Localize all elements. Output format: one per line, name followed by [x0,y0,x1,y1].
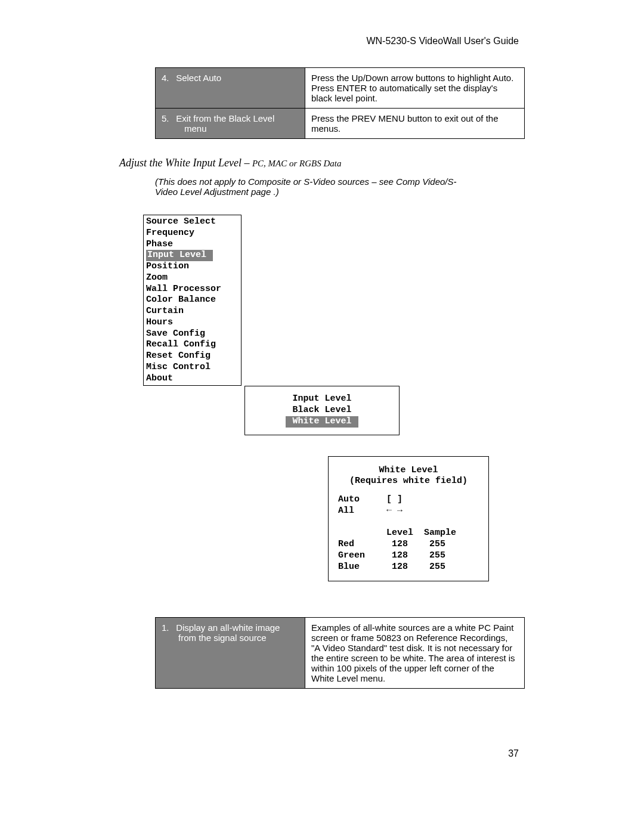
step-number: 4. [162,73,174,83]
step-title: Exit from the Black Level [176,113,274,123]
color-name: Green [338,550,365,561]
heading-sub: PC, MAC or RGBS Data [252,159,342,168]
page-number: 37 [60,748,519,759]
all-value: ← → [386,506,402,516]
auto-value: [ ] [386,494,402,504]
menu-item: Misc Control [146,362,239,373]
instruction-table-top: 4. Select Auto Press the Up/Down arrow b… [155,67,525,139]
submenu-item: Input Level [253,394,391,405]
step-number: 1. [162,623,174,633]
table-row: 1. Display an all-white image from the s… [156,618,525,689]
detail-header-row: Level Sample [338,528,479,539]
menu-item: Position [146,261,239,272]
submenu-item: White Level [253,416,391,428]
table-row: 4. Select Auto Press the Up/Down arrow b… [156,68,525,109]
step-title-cont: menu [184,123,207,134]
step-cell: 5. Exit from the Black Level menu [156,109,305,139]
heading-main: Adjust the White Input Level – [119,157,252,169]
col-sample: Sample [424,528,456,538]
menu-item: Curtain [146,306,239,317]
step-description: Examples of all-white sources are a whit… [305,618,525,689]
menu-item: Reset Config [146,351,239,362]
all-label: All [338,506,354,516]
color-level: 128 [392,550,408,561]
color-name: Red [338,539,354,549]
main-menu: Source SelectFrequencyPhaseInput Level P… [143,215,242,386]
page-header: WN-5230-S VideoWall User's Guide [60,36,519,47]
step-description: Press the Up/Down arrow buttons to highl… [305,68,525,109]
color-sample: 255 [429,550,445,561]
auto-label: Auto [338,494,360,504]
menu-item: Save Config [146,329,239,340]
menu-item: Hours [146,317,239,329]
menu-item: Input Level [146,250,239,261]
menu-item: Frequency [146,228,239,239]
submenu-item: Black Level [253,405,391,416]
menu-item: Color Balance [146,295,239,306]
instruction-table-bottom: 1. Display an all-white image from the s… [155,617,525,689]
input-level-submenu: Input LevelBlack Level White Level [244,386,400,435]
detail-all-row: All ← → [338,506,479,517]
detail-title: White Level [379,465,438,475]
color-level: 128 [392,539,408,549]
section-note: (This does not apply to Composite or S-V… [155,176,465,197]
menu-item: Wall Processor [146,284,239,295]
color-level: 128 [392,562,408,572]
white-level-header: White Level (Requires white field) [338,465,479,488]
submenu-item-highlighted: White Level [286,416,358,428]
color-name: Blue [338,562,360,572]
menu-item: Recall Config [146,339,239,351]
color-sample: 255 [429,539,445,549]
menu-item: Zoom [146,272,239,284]
step-number: 5. [162,113,174,123]
menu-item: Source Select [146,216,239,228]
step-cell: 4. Select Auto [156,68,305,109]
detail-color-row: Blue 128 255 [338,562,479,573]
detail-subtitle: (Requires white field) [349,476,467,486]
step-description: Press the PREV MENU button to exit out o… [305,109,525,139]
white-level-menu: White Level (Requires white field) Auto … [328,456,489,582]
step-cell: 1. Display an all-white image from the s… [156,618,305,689]
detail-color-row: Red 128 255 [338,539,479,550]
section-heading: Adjust the White Input Level – PC, MAC o… [119,157,584,169]
menu-item: Phase [146,239,239,250]
menu-item-highlighted: Input Level [146,250,213,261]
detail-auto-row: Auto [ ] [338,494,479,506]
step-title: Display an all-white image [176,623,280,633]
menu-item: About [146,373,239,385]
col-level: Level [386,528,413,538]
step-title-cont: from the signal source [178,633,267,643]
step-title: Select Auto [176,73,221,83]
color-sample: 255 [429,562,445,572]
table-row: 5. Exit from the Black Level menu Press … [156,109,525,139]
detail-color-row: Green 128 255 [338,550,479,562]
